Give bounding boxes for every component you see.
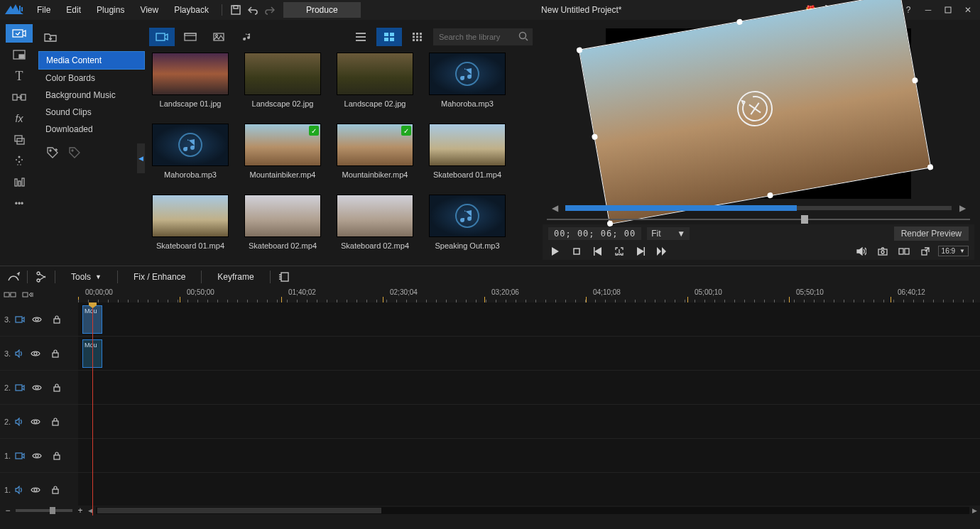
preview-clip-frame[interactable] [579,0,931,224]
library-category[interactable]: Color Boards [38,70,145,87]
track-body[interactable]: Mou [78,337,980,370]
track-header[interactable]: 3. [0,337,78,370]
track-visibility-icon[interactable] [28,346,43,361]
library-item[interactable]: Skateboard 01.mp4 [429,124,506,179]
rail-effects[interactable]: fx [6,109,33,128]
rail-overlay[interactable] [6,131,33,149]
track-lock-icon[interactable] [48,414,63,430]
camera-snapshot-icon[interactable] [876,244,890,258]
menu-playback[interactable]: Playback [167,2,216,18]
zoom-slider[interactable] [16,509,72,512]
view-grid-small-icon[interactable] [405,28,430,46]
more-tools-icon[interactable] [276,269,292,285]
collapse-sidebar-handle[interactable]: ◀ [137,143,145,173]
track-header[interactable]: 1. [0,473,78,506]
rail-title[interactable]: T [6,67,33,85]
scrub-slider[interactable] [547,219,970,220]
track-lock-icon[interactable] [49,380,65,396]
library-item[interactable]: Skateboard 02.mp4 [244,195,321,250]
timeline-ruler[interactable]: 00;00;0000;50;0001;40;0202;30;0403;20;06… [78,287,980,302]
view-list-icon[interactable] [348,28,374,46]
prev-frame-icon[interactable] [591,244,605,258]
track-mode-b-icon[interactable] [21,287,37,302]
track-header[interactable]: 3. [0,302,78,336]
tag-add-icon[interactable] [45,145,61,160]
library-category[interactable]: Media Content [38,51,145,70]
volume-icon[interactable] [854,244,869,258]
library-item[interactable]: Landscape 02.jpg [337,53,413,108]
render-preview-button[interactable]: Render Preview [894,227,969,241]
menu-view[interactable]: View [133,2,165,18]
scrub-start-icon[interactable]: ◀ [547,200,562,216]
track-mode-a-icon[interactable] [3,287,18,302]
track-lock-icon[interactable] [48,482,63,498]
track-body[interactable]: Mou [78,302,980,336]
maximize-icon[interactable] [940,2,956,18]
rail-audio[interactable] [6,173,33,192]
minimize-icon[interactable]: ─ [920,2,936,18]
scrub-track[interactable] [565,206,952,210]
preview-canvas[interactable] [606,28,911,199]
library-item[interactable]: Landscape 01.jpg [152,53,229,108]
track-body[interactable] [78,405,980,438]
import-folder-icon[interactable] [43,29,58,45]
library-item[interactable]: Mahoroba.mp3 [152,124,229,179]
zoom-in-icon[interactable]: + [75,506,85,516]
timeline-hscroll[interactable] [96,507,969,514]
view-image-toggle[interactable] [206,28,232,46]
play-icon[interactable] [548,244,562,258]
zoom-out-icon[interactable]: − [3,506,13,516]
tools-dropdown[interactable]: Tools▼ [61,269,111,285]
library-item[interactable]: Speaking Out.mp3 [429,195,506,250]
fix-enhance-button[interactable]: Fix / Enhance [124,269,195,285]
search-icon[interactable] [518,31,528,41]
track-visibility-icon[interactable] [28,414,43,430]
menu-edit[interactable]: Edit [59,2,88,18]
library-category[interactable]: Sound Clips [38,104,145,121]
stop-icon[interactable] [570,244,584,258]
undo-icon[interactable] [245,2,261,18]
rail-pip[interactable] [6,45,33,64]
rail-particles[interactable] [6,152,33,170]
menu-file[interactable]: File [30,2,58,18]
aspect-ratio-dropdown[interactable]: 16:9▼ [938,246,969,256]
library-category[interactable]: Background Music [38,87,145,104]
track-visibility-icon[interactable] [29,312,45,327]
menu-plugins[interactable]: Plugins [89,2,131,18]
library-item[interactable]: Skateboard 02.mp4 [337,195,413,250]
snapshot-icon[interactable] [612,244,626,258]
library-item[interactable]: Landscape 02.jpg [244,53,321,108]
view-grid-medium-icon[interactable] [376,28,402,46]
save-icon[interactable] [228,2,244,18]
rail-transition[interactable] [6,88,33,107]
keyframe-button[interactable]: Keyframe [207,269,263,285]
playhead[interactable] [92,302,93,516]
library-item[interactable]: ✓Mountainbiker.mp4 [244,124,321,179]
track-visibility-icon[interactable] [28,482,43,498]
track-body[interactable] [78,473,980,506]
split-tool-icon[interactable] [33,269,49,285]
track-header[interactable]: 2. [0,371,78,404]
view-media-toggle[interactable] [149,28,175,46]
track-lock-icon[interactable] [49,312,65,327]
view-audio-toggle[interactable] [234,28,260,46]
track-body[interactable] [78,371,980,404]
track-header[interactable]: 1. [0,439,78,472]
zoom-fit-dropdown[interactable]: Fit▼ [647,227,690,240]
track-lock-icon[interactable] [49,448,65,464]
rail-more[interactable]: ••• [6,195,33,213]
scrub-end-icon[interactable]: ▶ [954,200,970,216]
rotate-gizmo-icon[interactable] [734,88,775,129]
draw-tool-icon[interactable] [6,269,21,285]
track-lock-icon[interactable] [48,346,63,361]
library-item[interactable]: Mahoroba.mp3 [429,53,506,108]
tag-filter-icon[interactable] [67,145,82,160]
rail-media[interactable] [6,24,33,43]
view-video-toggle[interactable] [178,28,203,46]
library-search[interactable] [433,28,533,45]
track-body[interactable] [78,439,980,472]
undock-icon[interactable] [918,244,932,258]
fast-forward-icon[interactable] [655,244,669,258]
dual-preview-icon[interactable] [897,244,911,258]
library-item[interactable]: Skateboard 01.mp4 [152,195,229,250]
